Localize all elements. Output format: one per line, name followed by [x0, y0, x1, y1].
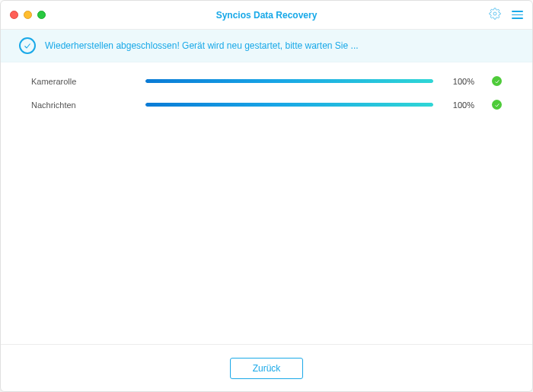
progress-bar [145, 79, 433, 83]
menu-button[interactable] [512, 11, 523, 19]
window-controls [10, 11, 46, 19]
status-message: Wiederherstellen abgeschlossen! Gerät wi… [45, 40, 359, 51]
close-window-button[interactable] [10, 11, 18, 19]
success-check-icon [492, 100, 502, 110]
progress-row-label: Nachrichten [31, 100, 145, 110]
back-button[interactable]: Zurück [230, 358, 303, 379]
gear-icon [489, 8, 501, 23]
app-title: Syncios Data Recovery [1, 10, 532, 21]
menu-icon [512, 11, 523, 19]
progress-percent: 100% [433, 100, 474, 110]
progress-row: Kamerarolle 100% [31, 76, 502, 86]
progress-status [474, 76, 502, 86]
settings-button[interactable] [489, 8, 501, 23]
progress-row: Nachrichten 100% [31, 100, 502, 110]
status-banner: Wiederherstellen abgeschlossen! Gerät wi… [1, 30, 532, 62]
progress-list: Kamerarolle 100% Nachrichten 100% [1, 62, 532, 344]
progress-percent: 100% [433, 77, 474, 86]
app-window: Syncios Data Recovery Wiederherstellen a… [0, 0, 533, 392]
footer: Zurück [1, 344, 532, 391]
zoom-window-button[interactable] [37, 11, 46, 19]
status-check-icon [19, 37, 36, 54]
minimize-window-button[interactable] [24, 11, 32, 19]
svg-point-0 [493, 12, 496, 15]
progress-row-label: Kamerarolle [31, 77, 145, 86]
progress-bar [145, 103, 433, 107]
progress-bar-fill [145, 103, 433, 107]
titlebar-actions [489, 8, 523, 23]
titlebar: Syncios Data Recovery [1, 1, 532, 30]
progress-status [474, 100, 502, 110]
progress-bar-fill [145, 79, 433, 83]
success-check-icon [492, 76, 502, 86]
